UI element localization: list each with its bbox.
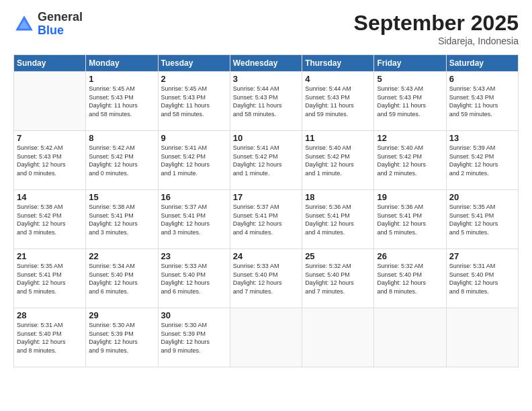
col-thursday: Thursday [302,55,374,72]
day-info: Sunrise: 5:37 AMSunset: 5:41 PMDaylight:… [161,203,227,236]
calendar-cell: 6Sunrise: 5:43 AMSunset: 5:43 PMDaylight… [446,72,518,131]
calendar-cell: 29Sunrise: 5:30 AMSunset: 5:39 PMDayligh… [86,308,158,367]
day-info: Sunrise: 5:34 AMSunset: 5:40 PMDaylight:… [89,262,154,295]
calendar-week-1: 1Sunrise: 5:45 AMSunset: 5:43 PMDaylight… [14,72,519,131]
calendar-cell [230,308,302,367]
day-info: Sunrise: 5:43 AMSunset: 5:43 PMDaylight:… [449,85,515,118]
day-number: 4 [305,74,371,84]
calendar-cell: 3Sunrise: 5:44 AMSunset: 5:43 PMDaylight… [230,72,302,131]
day-number: 15 [89,192,154,202]
day-info: Sunrise: 5:42 AMSunset: 5:42 PMDaylight:… [89,144,154,177]
calendar-cell [374,308,446,367]
title-section: September 2025 Sidareja, Indonesia [354,11,519,46]
col-friday: Friday [374,55,446,72]
day-info: Sunrise: 5:35 AMSunset: 5:41 PMDaylight:… [449,203,515,236]
day-info: Sunrise: 5:36 AMSunset: 5:41 PMDaylight:… [377,203,443,236]
col-monday: Monday [86,55,158,72]
day-info: Sunrise: 5:43 AMSunset: 5:43 PMDaylight:… [377,85,443,118]
day-number: 5 [377,74,443,84]
calendar-cell [446,308,518,367]
month-title: September 2025 [354,11,519,36]
day-number: 17 [233,192,299,202]
day-number: 24 [233,251,299,261]
calendar-cell: 8Sunrise: 5:42 AMSunset: 5:42 PMDaylight… [86,131,158,190]
day-info: Sunrise: 5:31 AMSunset: 5:40 PMDaylight:… [449,262,515,295]
calendar-cell: 7Sunrise: 5:42 AMSunset: 5:43 PMDaylight… [14,131,86,190]
day-number: 3 [233,74,299,84]
calendar-week-5: 28Sunrise: 5:31 AMSunset: 5:40 PMDayligh… [14,308,519,367]
day-info: Sunrise: 5:33 AMSunset: 5:40 PMDaylight:… [233,262,299,295]
day-number: 25 [305,251,371,261]
calendar-cell: 28Sunrise: 5:31 AMSunset: 5:40 PMDayligh… [14,308,86,367]
day-number: 7 [17,133,83,143]
calendar-cell: 24Sunrise: 5:33 AMSunset: 5:40 PMDayligh… [230,249,302,308]
calendar-cell: 21Sunrise: 5:35 AMSunset: 5:41 PMDayligh… [14,249,86,308]
logo: General Blue [13,11,83,38]
calendar-cell: 25Sunrise: 5:32 AMSunset: 5:40 PMDayligh… [302,249,374,308]
col-wednesday: Wednesday [230,55,302,72]
day-info: Sunrise: 5:36 AMSunset: 5:41 PMDaylight:… [305,203,371,236]
location-subtitle: Sidareja, Indonesia [354,36,519,46]
col-saturday: Saturday [446,55,518,72]
calendar-cell: 1Sunrise: 5:45 AMSunset: 5:43 PMDaylight… [86,72,158,131]
day-number: 18 [305,192,371,202]
calendar-week-2: 7Sunrise: 5:42 AMSunset: 5:43 PMDaylight… [14,131,519,190]
calendar-cell: 9Sunrise: 5:41 AMSunset: 5:42 PMDaylight… [158,131,230,190]
day-info: Sunrise: 5:35 AMSunset: 5:41 PMDaylight:… [17,262,83,295]
day-number: 13 [449,133,515,143]
day-info: Sunrise: 5:32 AMSunset: 5:40 PMDaylight:… [377,262,443,295]
calendar-cell: 18Sunrise: 5:36 AMSunset: 5:41 PMDayligh… [302,190,374,249]
calendar-cell [14,72,86,131]
day-number: 1 [89,74,154,84]
calendar-cell: 4Sunrise: 5:44 AMSunset: 5:43 PMDaylight… [302,72,374,131]
calendar-cell: 10Sunrise: 5:41 AMSunset: 5:42 PMDayligh… [230,131,302,190]
col-sunday: Sunday [14,55,86,72]
calendar-cell: 11Sunrise: 5:40 AMSunset: 5:42 PMDayligh… [302,131,374,190]
day-number: 23 [161,251,227,261]
day-info: Sunrise: 5:38 AMSunset: 5:42 PMDaylight:… [17,203,83,236]
day-number: 29 [89,310,154,320]
day-number: 10 [233,133,299,143]
day-number: 21 [17,251,83,261]
day-number: 16 [161,192,227,202]
day-info: Sunrise: 5:38 AMSunset: 5:41 PMDaylight:… [89,203,154,236]
calendar-cell: 17Sunrise: 5:37 AMSunset: 5:41 PMDayligh… [230,190,302,249]
calendar-week-4: 21Sunrise: 5:35 AMSunset: 5:41 PMDayligh… [14,249,519,308]
calendar-cell: 27Sunrise: 5:31 AMSunset: 5:40 PMDayligh… [446,249,518,308]
logo-icon [13,13,35,35]
header-row: Sunday Monday Tuesday Wednesday Thursday… [14,55,519,72]
calendar-cell: 23Sunrise: 5:33 AMSunset: 5:40 PMDayligh… [158,249,230,308]
col-tuesday: Tuesday [158,55,230,72]
day-info: Sunrise: 5:33 AMSunset: 5:40 PMDaylight:… [161,262,227,295]
day-info: Sunrise: 5:42 AMSunset: 5:43 PMDaylight:… [17,144,83,177]
calendar-cell: 22Sunrise: 5:34 AMSunset: 5:40 PMDayligh… [86,249,158,308]
day-info: Sunrise: 5:40 AMSunset: 5:42 PMDaylight:… [305,144,371,177]
day-info: Sunrise: 5:44 AMSunset: 5:43 PMDaylight:… [305,85,371,118]
calendar-week-3: 14Sunrise: 5:38 AMSunset: 5:42 PMDayligh… [14,190,519,249]
day-info: Sunrise: 5:41 AMSunset: 5:42 PMDaylight:… [233,144,299,177]
day-number: 12 [377,133,443,143]
calendar-cell: 16Sunrise: 5:37 AMSunset: 5:41 PMDayligh… [158,190,230,249]
day-info: Sunrise: 5:45 AMSunset: 5:43 PMDaylight:… [89,85,154,118]
calendar-cell [302,308,374,367]
calendar-cell: 20Sunrise: 5:35 AMSunset: 5:41 PMDayligh… [446,190,518,249]
day-number: 20 [449,192,515,202]
calendar-cell: 13Sunrise: 5:39 AMSunset: 5:42 PMDayligh… [446,131,518,190]
day-number: 11 [305,133,371,143]
day-info: Sunrise: 5:40 AMSunset: 5:42 PMDaylight:… [377,144,443,177]
day-info: Sunrise: 5:39 AMSunset: 5:42 PMDaylight:… [449,144,515,177]
day-info: Sunrise: 5:30 AMSunset: 5:39 PMDaylight:… [89,321,154,355]
header: General Blue September 2025 Sidareja, In… [13,11,519,46]
calendar-table: Sunday Monday Tuesday Wednesday Thursday… [13,54,519,367]
calendar-cell: 12Sunrise: 5:40 AMSunset: 5:42 PMDayligh… [374,131,446,190]
day-info: Sunrise: 5:31 AMSunset: 5:40 PMDaylight:… [17,321,83,355]
calendar-cell: 15Sunrise: 5:38 AMSunset: 5:41 PMDayligh… [86,190,158,249]
logo-blue: Blue [38,24,83,38]
calendar-cell: 30Sunrise: 5:30 AMSunset: 5:39 PMDayligh… [158,308,230,367]
day-number: 14 [17,192,83,202]
calendar-cell: 14Sunrise: 5:38 AMSunset: 5:42 PMDayligh… [14,190,86,249]
logo-general: General [38,11,83,24]
logo-text: General Blue [38,11,83,38]
calendar-cell: 2Sunrise: 5:45 AMSunset: 5:43 PMDaylight… [158,72,230,131]
calendar-cell: 5Sunrise: 5:43 AMSunset: 5:43 PMDaylight… [374,72,446,131]
